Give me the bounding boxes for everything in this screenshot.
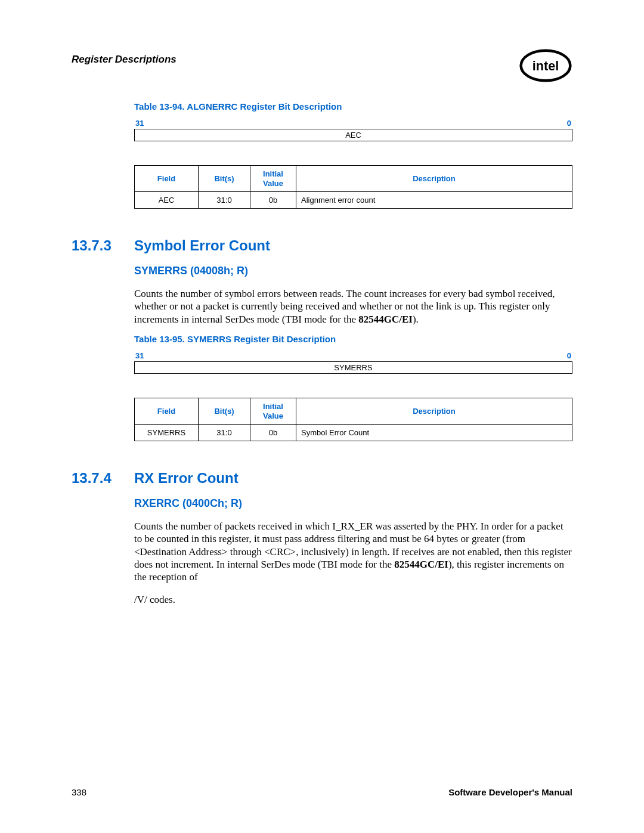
table-94: Field Bit(s) Initial Value Description A…	[134, 165, 572, 209]
bit-high-label: 31	[135, 119, 144, 128]
cell-field: SYMERRS	[135, 425, 199, 441]
th-bits: Bit(s)	[199, 166, 250, 192]
th-desc: Description	[296, 398, 572, 424]
table-94-caption: Table 13-94. ALGNERRC Register Bit Descr…	[134, 101, 572, 112]
register-subheading: RXERRC (0400Ch; R)	[134, 497, 572, 510]
table-header-row: Field Bit(s) Initial Value Description	[135, 398, 572, 424]
cell-bits: 31:0	[199, 192, 250, 209]
bit-low-label: 0	[567, 351, 571, 360]
th-initial: Initial Value	[250, 398, 296, 424]
th-field: Field	[135, 166, 199, 192]
section-1374-heading: 13.7.4 RX Error Count	[72, 470, 572, 487]
page-header: Register Descriptions intel	[72, 48, 572, 83]
section-1374-paragraph: Counts the number of packets received in…	[134, 520, 572, 583]
table-header-row: Field Bit(s) Initial Value Description	[135, 166, 572, 192]
cell-bits: 31:0	[199, 425, 250, 441]
page-footer: 338 Software Developer's Manual	[72, 787, 572, 797]
cell-desc: Alignment error count	[296, 192, 572, 209]
section-number: 13.7.3	[72, 237, 134, 254]
section-1373-heading: 13.7.3 Symbol Error Count	[72, 237, 572, 254]
section-title: Symbol Error Count	[134, 237, 270, 254]
section-1373-paragraph: Counts the number of symbol errors betwe…	[134, 287, 572, 326]
bit-range-labels: 31 0	[134, 351, 572, 360]
table-95: Field Bit(s) Initial Value Description S…	[134, 398, 572, 441]
section-1374-paragraph-line2: /V/ codes.	[134, 593, 572, 606]
cell-desc: Symbol Error Count	[296, 425, 572, 441]
header-section-title: Register Descriptions	[72, 54, 177, 66]
page-number: 338	[72, 787, 86, 797]
section-number: 13.7.4	[72, 470, 134, 487]
table-row: AEC 31:0 0b Alignment error count	[135, 192, 572, 209]
bit-field-box: SYMERRS	[134, 361, 572, 374]
table-row: SYMERRS 31:0 0b Symbol Error Count	[135, 425, 572, 441]
th-bits: Bit(s)	[199, 398, 250, 424]
th-desc: Description	[296, 166, 572, 192]
register-subheading: SYMERRS (04008h; R)	[134, 265, 572, 277]
cell-field: AEC	[135, 192, 199, 209]
document-title: Software Developer's Manual	[448, 787, 572, 797]
intel-logo-icon: intel	[519, 48, 572, 83]
bit-range-labels: 31 0	[134, 119, 572, 128]
bit-low-label: 0	[567, 119, 571, 128]
section-title: RX Error Count	[134, 470, 239, 487]
svg-text:intel: intel	[532, 58, 559, 73]
table-95-caption: Table 13-95. SYMERRS Register Bit Descri…	[134, 334, 572, 344]
cell-initial: 0b	[250, 425, 296, 441]
cell-initial: 0b	[250, 192, 296, 209]
bit-field-box: AEC	[134, 129, 572, 141]
th-field: Field	[135, 398, 199, 424]
th-initial: Initial Value	[250, 166, 296, 192]
bit-high-label: 31	[135, 351, 144, 360]
